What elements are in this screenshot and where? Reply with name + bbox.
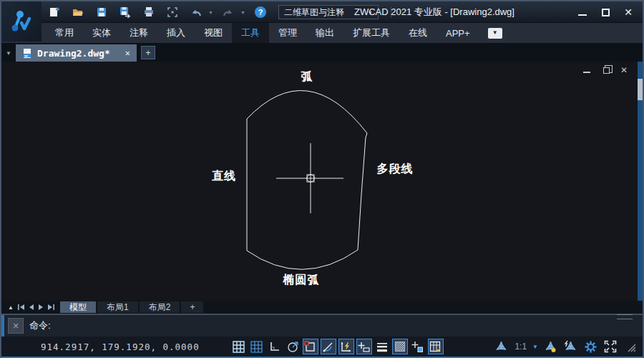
undo-button[interactable] bbox=[187, 4, 205, 20]
ribbon-tab-insert[interactable]: 插入 bbox=[157, 23, 195, 43]
command-window[interactable]: ✕ 命令: bbox=[1, 314, 643, 337]
last-tab-icon bbox=[47, 304, 55, 311]
snap-tracking-icon bbox=[322, 341, 334, 353]
layout-tab-layout2[interactable]: 布局2 bbox=[140, 301, 180, 313]
command-resize-grip[interactable] bbox=[617, 314, 633, 319]
plot-preview-icon bbox=[166, 6, 179, 19]
zwcad-window: ▼ ▼ ? 二维草图与注释 ▼ ZWCAD 2021 专业版 - [Drawin… bbox=[0, 0, 644, 358]
ribbon-tab-annotate[interactable]: 注释 bbox=[120, 23, 157, 43]
command-window-handle[interactable] bbox=[1, 315, 4, 337]
chevron-down-icon[interactable]: ▼ bbox=[532, 344, 538, 350]
save-button[interactable] bbox=[93, 4, 110, 20]
axis-lightning-icon bbox=[340, 341, 352, 353]
first-tab-button[interactable] bbox=[16, 301, 26, 313]
ribbon-tab-home[interactable]: 常用 bbox=[46, 23, 83, 43]
workspace-dropdown-value: 二维草图与注释 bbox=[284, 6, 344, 19]
save-as-button[interactable] bbox=[117, 4, 134, 20]
save-icon bbox=[95, 6, 108, 19]
polar-snap-button[interactable] bbox=[338, 339, 354, 354]
redo-button[interactable] bbox=[220, 4, 237, 20]
plot-preview-button[interactable] bbox=[164, 4, 181, 20]
ribbon-tab-tools[interactable]: 工具 bbox=[232, 23, 269, 43]
doc-minimize-button[interactable] bbox=[581, 64, 592, 75]
minimize-icon bbox=[583, 72, 590, 73]
maximize-button[interactable] bbox=[597, 4, 614, 20]
model-paper-space-button[interactable] bbox=[428, 339, 444, 354]
layout-expand-button[interactable]: ▲ bbox=[6, 301, 16, 313]
coordinate-readout: 914.2917, 179.1920, 0.0000 bbox=[41, 342, 200, 352]
redo-icon bbox=[222, 6, 235, 18]
ribbon-collapse-button[interactable]: ▼ bbox=[488, 28, 502, 39]
annotation-scale-value[interactable]: 1:1 bbox=[514, 342, 527, 352]
ribbon-tab-bar: 常用 实体 注释 插入 视图 工具 管理 输出 扩展工具 在线 APP+ ▼ bbox=[1, 23, 643, 43]
snap-mode-button[interactable] bbox=[249, 339, 265, 354]
ortho-mode-button[interactable] bbox=[267, 339, 283, 354]
add-layout-button[interactable]: + bbox=[181, 301, 203, 313]
document-tab-active[interactable]: Drawing2.dwg* ✕ bbox=[16, 44, 137, 62]
object-snap-tracking-button[interactable] bbox=[321, 339, 336, 354]
transparency-icon bbox=[394, 341, 406, 352]
redo-history-caret[interactable]: ▼ bbox=[240, 10, 245, 15]
ribbon-tab-app-plus[interactable]: APP+ bbox=[436, 23, 479, 43]
resize-grip-icon bbox=[625, 341, 636, 352]
quick-access-toolbar: ▼ ▼ ? 二维草图与注释 ▼ bbox=[46, 1, 391, 23]
window-title: ZWCAD 2021 专业版 - [Drawing2.dwg] bbox=[354, 1, 514, 23]
help-button[interactable]: ? bbox=[252, 4, 269, 20]
drawing-canvas[interactable]: 弧 直线 多段线 椭圆弧 ✕ bbox=[1, 62, 643, 301]
next-tab-icon bbox=[38, 304, 44, 311]
polar-tracking-button[interactable] bbox=[285, 339, 301, 354]
settings-button[interactable] bbox=[582, 339, 598, 354]
next-tab-button[interactable] bbox=[36, 301, 46, 313]
document-tab-label: Drawing2.dwg* bbox=[37, 48, 110, 59]
restore-icon bbox=[603, 67, 610, 74]
new-document-tab-button[interactable]: + bbox=[141, 46, 155, 59]
ribbon-tab-view[interactable]: 视图 bbox=[195, 23, 232, 43]
fullscreen-button[interactable] bbox=[602, 339, 618, 354]
vertical-scrollbar[interactable] bbox=[638, 62, 643, 301]
scrollbar-thumb[interactable] bbox=[638, 79, 643, 100]
window-resize-grip[interactable] bbox=[623, 339, 638, 354]
snap-grid-icon bbox=[250, 341, 263, 353]
minimize-button[interactable] bbox=[574, 4, 591, 20]
doc-tab-close-icon[interactable]: ✕ bbox=[125, 48, 130, 58]
ribbon-tab-express[interactable]: 扩展工具 bbox=[343, 23, 399, 43]
drawing-geometry bbox=[1, 62, 640, 301]
undo-history-caret[interactable]: ▼ bbox=[208, 10, 213, 15]
last-tab-button[interactable] bbox=[46, 301, 56, 313]
maximize-icon bbox=[602, 9, 610, 16]
selection-cycling-button[interactable] bbox=[410, 339, 426, 354]
print-button[interactable] bbox=[140, 4, 157, 20]
close-button[interactable]: ✕ bbox=[620, 4, 637, 20]
doc-close-button[interactable]: ✕ bbox=[618, 64, 630, 75]
transparency-button[interactable] bbox=[392, 339, 408, 354]
doc-tab-overflow-button[interactable]: ▼ bbox=[1, 44, 16, 62]
auto-annotation-button[interactable] bbox=[562, 339, 578, 354]
dwg-file-icon bbox=[22, 48, 32, 59]
annotation-visibility-button[interactable] bbox=[542, 339, 558, 354]
printer-icon bbox=[142, 6, 155, 19]
doc-restore-button[interactable] bbox=[600, 64, 611, 75]
command-prompt[interactable]: 命令: bbox=[29, 315, 51, 337]
new-file-button[interactable] bbox=[46, 4, 63, 20]
command-close-button[interactable]: ✕ bbox=[8, 318, 24, 334]
annotation-tools: 1:1 ▼ bbox=[493, 339, 638, 354]
ribbon-tab-output[interactable]: 输出 bbox=[306, 23, 343, 43]
open-folder-icon bbox=[72, 6, 84, 19]
prev-tab-button[interactable] bbox=[26, 301, 36, 313]
help-icon: ? bbox=[254, 6, 267, 19]
grid-icon bbox=[233, 341, 245, 353]
lineweight-button[interactable] bbox=[374, 339, 390, 354]
ribbon-tab-online[interactable]: 在线 bbox=[399, 23, 436, 43]
drafting-toggles bbox=[231, 339, 444, 354]
ribbon-tab-solid[interactable]: 实体 bbox=[83, 23, 120, 43]
grid-display-button[interactable] bbox=[231, 339, 247, 354]
object-snap-button[interactable] bbox=[303, 339, 318, 354]
layout-tab-model[interactable]: 模型 bbox=[60, 301, 96, 313]
dynamic-input-button[interactable] bbox=[356, 339, 372, 354]
annotation-scale-button[interactable] bbox=[493, 339, 509, 354]
label-elliptical-arc: 椭圆弧 bbox=[283, 273, 320, 288]
open-file-button[interactable] bbox=[69, 4, 87, 20]
layout-tab-layout1[interactable]: 布局1 bbox=[97, 301, 138, 313]
annotation-scale-icon bbox=[494, 340, 508, 354]
ribbon-tab-manage[interactable]: 管理 bbox=[269, 23, 306, 43]
